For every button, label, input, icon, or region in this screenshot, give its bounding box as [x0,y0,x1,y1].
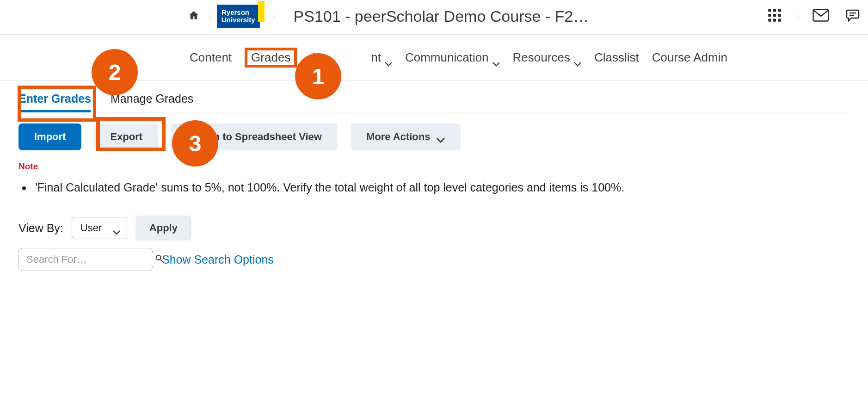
search-box [18,248,153,271]
top-bar: ⋮ Ryerson University ⋮ PS101 - peerSchol… [0,0,868,35]
nav-course-admin[interactable]: Course Admin [652,48,727,68]
chevron-down-icon [385,56,392,60]
note-item: 'Final Calculated Grade' sums to 5%, not… [32,181,850,194]
nav-communication[interactable]: Communication [405,48,500,68]
brand-accent [258,1,265,22]
chevron-down-icon [437,134,445,140]
nav-content[interactable]: Content [190,48,232,68]
separator-dots-icon: ⋮ [266,11,281,21]
brand-line2: University [222,16,255,24]
nav-communication-label: Communication [405,50,489,65]
nav-resources[interactable]: Resources [513,48,581,68]
view-by-selected: User [80,222,102,234]
apply-button[interactable]: Apply [135,216,191,241]
grades-subtabs: Enter Grades Manage Grades [18,91,850,112]
view-by-select[interactable]: User [72,217,127,239]
note-block: Note 'Final Calculated Grade' sums to 5%… [0,150,868,194]
chevron-down-icon [492,56,500,60]
brand-line1: Ryerson [222,9,255,16]
nav-resources-label: Resources [513,50,570,65]
nav-assessment[interactable]: A ssessme nt [310,48,392,68]
course-title[interactable]: PS101 - peerScholar Demo Course - F20… [294,7,590,25]
note-label: Note [18,161,850,172]
search-input[interactable] [25,253,154,266]
app-switcher-button[interactable] [759,8,790,24]
nav-classlist[interactable]: Classlist [594,48,639,68]
apps-grid-icon [768,16,782,24]
separator-dots-icon: ⋮ [203,11,217,21]
speech-bubble-icon [846,16,860,24]
svg-rect-5 [778,14,781,17]
svg-rect-7 [773,19,776,22]
more-actions-label: More Actions [366,131,431,143]
brand-logo[interactable]: Ryerson University [217,5,260,28]
more-actions-button[interactable]: More Actions [351,123,461,150]
import-button[interactable]: Import [18,123,81,150]
tab-manage-grades[interactable]: Manage Grades [111,91,193,112]
export-button[interactable]: Export [94,123,158,150]
messages-button[interactable] [804,9,837,24]
show-search-options-link[interactable]: Show Search Options [162,253,274,266]
separator-dots-icon: ⋮ [790,11,804,21]
home-icon [188,14,200,22]
chevron-down-icon [574,56,581,60]
view-by-label: View By: [18,222,63,235]
course-nav: Content Grades A ssessme nt Communicatio… [0,35,868,81]
svg-rect-6 [768,19,771,22]
switch-view-button[interactable]: Switch to Spreadsheet View [171,123,338,150]
grades-actions: Import Export Switch to Spreadsheet View… [0,112,868,150]
discussions-button[interactable] [837,8,868,24]
nav-assessment-prefix: A [310,50,318,65]
nav-grades[interactable]: Grades [245,48,297,68]
svg-rect-4 [773,14,776,17]
home-link[interactable] [185,10,203,23]
svg-rect-8 [778,19,781,22]
note-list: 'Final Calculated Grade' sums to 5%, not… [18,181,850,194]
svg-rect-1 [773,9,776,12]
chevron-down-icon [113,226,120,230]
tab-enter-grades[interactable]: Enter Grades [18,91,91,112]
svg-rect-2 [778,9,781,12]
svg-rect-3 [768,14,771,17]
nav-assessment-suffix: nt [371,50,381,65]
svg-rect-0 [768,9,771,12]
envelope-icon [813,15,829,23]
